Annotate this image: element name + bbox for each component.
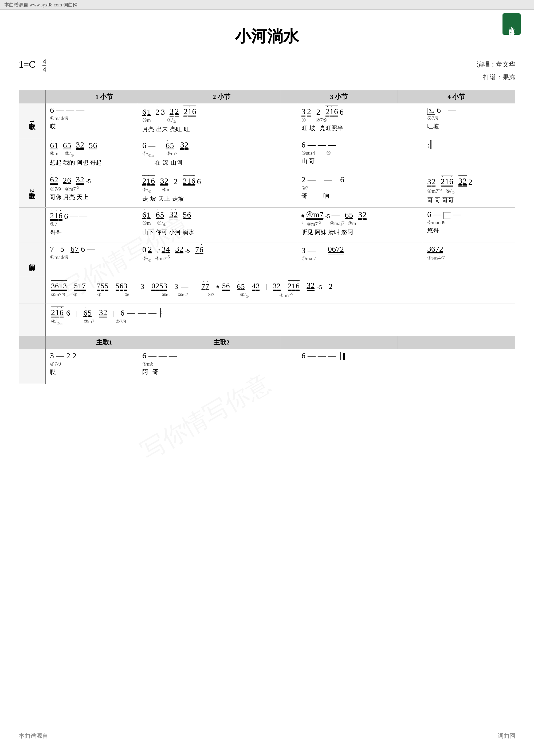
header-bar4: 4 小节 (398, 90, 515, 103)
score-row-zhuge1-2: ·6 1 ·6 5 3 2 5 (19, 138, 515, 173)
row-label-empty5 (19, 349, 46, 384)
notes-4b: : (427, 140, 511, 149)
measure-z22-1: ·2 ·1 ·6 6 — — ②7 哥哥 (46, 208, 138, 242)
lyric-3b: 山 哥 (301, 157, 419, 165)
score-row-zhuge2-1: 主歌2 ·6 2 ·2 6 3 2 (19, 173, 515, 208)
chord-z22-4: ⑥madd9 (427, 219, 511, 226)
measure-1: 6· — — — ⑥madd9 哎 (46, 103, 138, 138)
page-content: 小河淌水 1=C 4 4 演唱：董文华 打谱：果冻 1 小节 2 小节 3 小节… (0, 10, 534, 405)
jianzo-chord-4: ③sus4/7 (427, 255, 511, 261)
notes-z22-4: 6 — — — (427, 210, 511, 219)
top-bar: 本曲谱源自 www.syxtl8.com 词曲网 (0, 0, 534, 10)
jianzo-notes-4: 3672 · (427, 245, 511, 254)
jianzo-1: ·7 5 ·6 ·7 6 — ⑥madd9 (46, 242, 138, 277)
jianzo-2: 0 2 # 3 4 3 2 -5 (138, 242, 297, 277)
measure-4: 2/₆ 6 — ②7/9 旺坡 (423, 103, 515, 138)
row-label-empty2 (19, 208, 46, 242)
measure-z2-1: ·6 2 ·2 6 3 2 -5 ②7/9 ④m7-5 (46, 173, 138, 207)
chord-1: ⑥madd9 (50, 115, 134, 121)
row-label-empty4 (19, 304, 46, 336)
header-empty (19, 90, 46, 103)
jianzo-chord-3: ④maj7 (301, 256, 419, 262)
notes-2: ·61 ·23 32 2 ·1 ·6 (142, 106, 292, 117)
notes-4: 2/₆ 6 — (427, 106, 511, 115)
last-a-notes: ·2 ·1 ·6 6 | ·6 5 3 2 | (51, 307, 510, 317)
lyric-z2-2: 走坡天上走坡 (142, 195, 292, 203)
subsection-header: 主歌1 主歌2 (19, 336, 515, 349)
lyric-1b: 想起我的阿想哥起 (50, 159, 134, 167)
lyric-z2-1: 哥像月亮天上 (50, 193, 134, 201)
time-sig-fraction: 4 4 (42, 60, 46, 69)
arranger: 打谱：果冻 (477, 71, 515, 84)
footer-left: 本曲谱源自 (19, 732, 48, 740)
top-bar-text: 本曲谱源自 www.syxtl8.com 词曲网 (4, 2, 78, 8)
chord-z2-2: ⑤/① ⑥m (142, 186, 292, 194)
lyric-1: 哎 (50, 122, 134, 130)
jianzo-notes-3: 3 — 0672 (301, 245, 419, 255)
row-label-zhuge1: 主歌1 (19, 103, 46, 138)
performer-info: 演唱：董文华 打谱：果冻 (477, 58, 515, 84)
header-bar1: 1 小节 (46, 90, 163, 103)
corner-badge-text: 专业版 (508, 22, 516, 26)
row-label-jianzo: 间奏 (19, 242, 46, 277)
chord-z22-2: ⑥m ⑤/① (142, 220, 292, 227)
chord-3: ① ②7/9 (301, 117, 419, 123)
notes-z22-3: # ④m7 -5 — ·6 5 3 2 (301, 210, 419, 220)
score-container: 主歌1 6· — — — ⑥madd9 哎 ·61 (19, 103, 515, 384)
measure-z22-3: # ④m7 -5 — ·6 5 3 2 (297, 208, 423, 242)
lyric-z2-3: 哥 响 (301, 192, 419, 200)
chord-2b: ④/②m ③m7 (142, 150, 292, 158)
jianzo-3: 3 — 0672 ④maj7 (297, 242, 423, 277)
row-label-empty3 (19, 277, 46, 304)
measure-z2-3: 2 — — 6 ②7 哥 响 (297, 173, 423, 207)
meta-row: 1=C 4 4 演唱：董文华 打谱：果冻 (19, 58, 515, 84)
final-chord-1: ②7/9 (50, 361, 134, 367)
measure-z2-2: ·2 ·1 ·6 3 2 2 ·2 ·1 ·6 (138, 173, 297, 207)
key-label: 1=C (19, 59, 42, 70)
measure-4b: : (423, 138, 515, 173)
final-lyric-1: 哎 (50, 368, 134, 376)
notes-1: 6· — — — (50, 106, 134, 115)
final-2: 6 — — — ⑥m6 阿哥 (138, 349, 297, 384)
bigline1-notes: 3 6 1 3 5 1 ·7 ·7 (51, 280, 510, 291)
notes-2b: 6 — ·6 5 3 2 (142, 140, 292, 150)
last-a-chords: ④/②m ③m7 ②7/9 (51, 318, 510, 326)
lyric-z22-4: 悠哥 (427, 227, 511, 235)
dash: — (66, 106, 74, 115)
chord-1b: ⑥m⑤/① (50, 150, 134, 158)
notes-z22-2: ·6 1 ·6 5 ·3 ·2 5 (142, 210, 292, 219)
score-row-zhuge2-2: ·2 ·1 ·6 6 — — ②7 哥哥 ·6 (19, 208, 515, 242)
score-row-zhuge1-1: 主歌1 6· — — — ⑥madd9 哎 ·61 (19, 103, 515, 138)
measure-2b: 6 — ·6 5 3 2 ④/②m ③m7 (138, 138, 297, 173)
key-sig: 1=C 4 4 (19, 58, 46, 73)
measure-z22-4: 6 — — — ⑥madd9 悠哥 (423, 208, 515, 242)
dash: — (56, 106, 64, 115)
measure-2: ·61 ·23 32 2 ·1 ·6 (138, 103, 297, 138)
notes-z2-3: 2 — — 6 (301, 175, 419, 184)
chord-z2-4: ④m7-5 ⑤/① (427, 187, 511, 195)
row-label-empty (19, 138, 46, 173)
note: 6· (50, 106, 54, 115)
dash: — (76, 106, 84, 115)
song-title: 小河淌水 (19, 26, 515, 47)
lyric-z22-1: 哥哥 (50, 229, 134, 236)
last-a-body: ·2 ·1 ·6 6 | ·6 5 3 2 | (46, 304, 515, 336)
jianzo-4: 3672 · ③sus4/7 (423, 242, 515, 277)
final-notes-1: 3 — 2 2 (50, 351, 134, 360)
notes-1b: ·6 1 ·6 5 3 2 5 (50, 140, 134, 150)
bigline1-body: 3 6 1 3 5 1 ·7 ·7 (46, 277, 515, 304)
final-lyric-2: 阿哥 (142, 368, 292, 376)
measure-3b: 6 — — — ⑥sus4⑥ 山 哥 (297, 138, 423, 173)
score-row-bigline1: 3 6 1 3 5 1 ·7 ·7 (19, 277, 515, 304)
chord-z22-3: #④m7-5 ④maj7③m (301, 220, 419, 227)
chord-z22-1: ②7 (50, 221, 134, 228)
notes-3b: 6 — — — (301, 140, 419, 149)
header-bar3: 3 小节 (280, 90, 398, 103)
final-chord-2: ⑥m6 (142, 361, 292, 367)
bigline1-chords: ②m7/9⑤ ① ③ ⑥m②m7 ④3 ⑤/① ④m7-5 (51, 292, 510, 299)
corner-badge: 专业版 (502, 14, 521, 35)
measure-z2-4: 3 2 ·2 ·1 ·6 3 2 2 ④m7 (423, 173, 515, 207)
notes-z2-4: 3 2 ·2 ·1 ·6 3 2 2 (427, 175, 511, 186)
notes-z2-2: ·2 ·1 ·6 3 2 2 ·2 ·1 ·6 (142, 175, 292, 186)
notes-z2-1: ·6 2 ·2 6 3 2 -5 (50, 175, 134, 185)
